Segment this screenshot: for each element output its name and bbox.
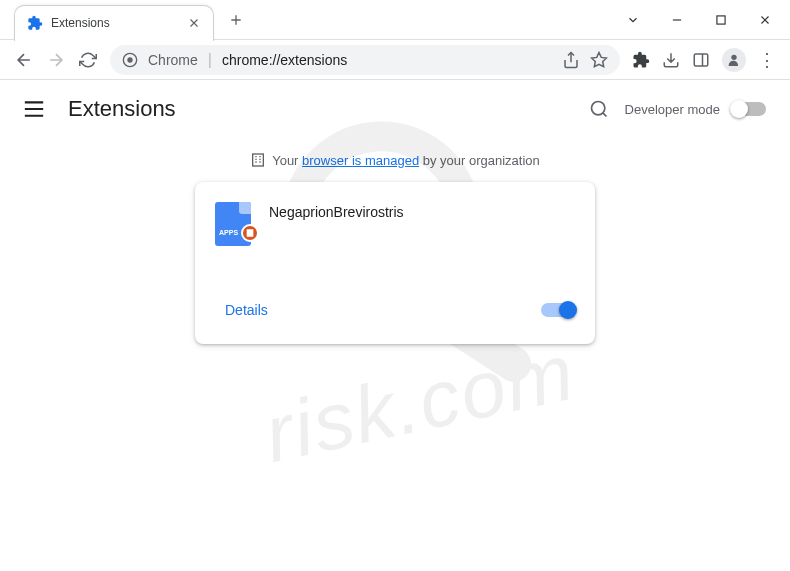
svg-rect-5 <box>694 54 708 66</box>
star-icon[interactable] <box>590 51 608 69</box>
window-minimize-icon[interactable] <box>670 13 684 27</box>
page-title: Extensions <box>68 96 589 122</box>
extension-enabled-toggle[interactable] <box>541 303 575 317</box>
reload-icon <box>79 51 97 69</box>
omnibox-separator: | <box>208 51 212 69</box>
omnibox[interactable]: Chrome | chrome://extensions <box>110 45 620 75</box>
reload-button[interactable] <box>78 50 98 70</box>
titlebar: Extensions <box>0 0 790 40</box>
menu-icon[interactable] <box>24 101 44 117</box>
managed-link[interactable]: browser is managed <box>302 153 419 168</box>
sidepanel-icon[interactable] <box>692 51 710 69</box>
developer-mode-toggle[interactable] <box>732 102 766 116</box>
browser-tab[interactable]: Extensions <box>14 5 214 41</box>
arrow-right-icon <box>46 50 66 70</box>
download-icon[interactable] <box>662 51 680 69</box>
managed-banner: Your browser is managed by your organiza… <box>0 138 790 182</box>
svg-point-7 <box>731 54 736 59</box>
chrome-icon <box>122 52 138 68</box>
person-icon <box>726 52 742 68</box>
developer-mode-label: Developer mode <box>625 102 720 117</box>
extension-card: APPS NegaprionBrevirostris Details <box>195 182 595 344</box>
details-button[interactable]: Details <box>215 296 278 324</box>
extensions-header: Extensions Developer mode <box>0 80 790 138</box>
window-dropdown-icon[interactable] <box>626 13 640 27</box>
share-icon[interactable] <box>562 51 580 69</box>
extension-icon: APPS <box>215 202 251 238</box>
browser-toolbar: Chrome | chrome://extensions ⋮ <box>0 40 790 80</box>
forward-button[interactable] <box>46 50 66 70</box>
omnibox-url: chrome://extensions <box>222 52 552 68</box>
back-button[interactable] <box>14 50 34 70</box>
profile-avatar[interactable] <box>722 48 746 72</box>
extensions-favicon-icon <box>27 15 43 31</box>
arrow-left-icon <box>14 50 34 70</box>
plus-icon <box>228 12 244 28</box>
tab-title: Extensions <box>51 16 179 30</box>
search-icon[interactable] <box>589 99 609 119</box>
svg-marker-4 <box>592 52 607 66</box>
svg-rect-9 <box>253 154 264 166</box>
svg-point-2 <box>127 57 132 62</box>
new-tab-button[interactable] <box>222 6 250 34</box>
managed-badge-icon <box>241 224 259 242</box>
extension-name: NegaprionBrevirostris <box>269 202 404 272</box>
svg-rect-10 <box>247 229 254 237</box>
chrome-menu-button[interactable]: ⋮ <box>758 49 776 71</box>
managed-text-pre: Your <box>272 153 302 168</box>
window-maximize-icon[interactable] <box>714 13 728 27</box>
tab-close-icon[interactable] <box>187 16 201 30</box>
svg-point-8 <box>591 102 604 115</box>
organization-icon <box>250 152 266 168</box>
managed-text-post: by your organization <box>419 153 540 168</box>
svg-rect-0 <box>717 15 725 23</box>
extensions-puzzle-icon[interactable] <box>632 51 650 69</box>
omnibox-prefix: Chrome <box>148 52 198 68</box>
window-close-icon[interactable] <box>758 13 772 27</box>
